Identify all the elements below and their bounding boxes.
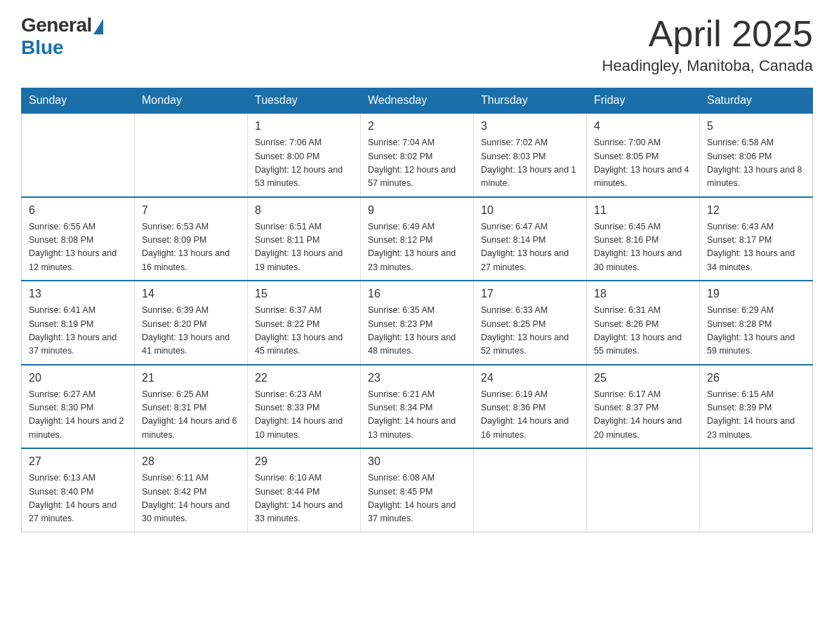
day-info: Sunrise: 6:11 AM Sunset: 8:42 PM Dayligh… <box>142 471 240 526</box>
day-info: Sunrise: 7:02 AM Sunset: 8:03 PM Dayligh… <box>481 136 579 191</box>
day-number: 19 <box>707 286 805 302</box>
day-number: 14 <box>142 286 240 302</box>
day-number: 12 <box>707 202 805 219</box>
day-info: Sunrise: 6:13 AM Sunset: 8:40 PM Dayligh… <box>29 471 127 526</box>
day-info: Sunrise: 6:23 AM Sunset: 8:33 PM Dayligh… <box>255 388 353 443</box>
calendar-day-cell <box>587 448 700 532</box>
calendar-day-cell: 25Sunrise: 6:17 AM Sunset: 8:37 PM Dayli… <box>587 365 700 449</box>
calendar-day-cell <box>700 448 813 532</box>
day-number: 2 <box>368 118 466 135</box>
calendar-header-row: SundayMondayTuesdayWednesdayThursdayFrid… <box>22 88 813 114</box>
day-info: Sunrise: 7:04 AM Sunset: 8:02 PM Dayligh… <box>368 136 466 191</box>
day-info: Sunrise: 6:33 AM Sunset: 8:25 PM Dayligh… <box>481 304 579 358</box>
calendar-day-cell: 19Sunrise: 6:29 AM Sunset: 8:28 PM Dayli… <box>700 281 813 365</box>
day-number: 7 <box>142 202 240 219</box>
calendar-day-cell: 13Sunrise: 6:41 AM Sunset: 8:19 PM Dayli… <box>22 281 135 365</box>
day-number: 25 <box>594 370 692 387</box>
calendar-week-row: 13Sunrise: 6:41 AM Sunset: 8:19 PM Dayli… <box>22 281 813 365</box>
calendar-day-cell <box>22 113 135 197</box>
day-number: 16 <box>368 286 466 302</box>
month-title: April 2025 <box>602 14 813 54</box>
calendar-day-cell: 6Sunrise: 6:55 AM Sunset: 8:08 PM Daylig… <box>22 197 135 281</box>
calendar-day-header: Friday <box>587 88 700 114</box>
logo: General Blue <box>21 14 103 59</box>
day-number: 5 <box>707 118 805 135</box>
day-number: 8 <box>255 202 353 219</box>
day-info: Sunrise: 7:00 AM Sunset: 8:05 PM Dayligh… <box>594 136 692 191</box>
calendar-day-cell: 10Sunrise: 6:47 AM Sunset: 8:14 PM Dayli… <box>474 197 587 281</box>
calendar-day-header: Sunday <box>22 88 135 114</box>
calendar-day-cell: 30Sunrise: 6:08 AM Sunset: 8:45 PM Dayli… <box>361 448 474 532</box>
calendar-day-cell: 15Sunrise: 6:37 AM Sunset: 8:22 PM Dayli… <box>248 281 361 365</box>
day-number: 21 <box>142 370 240 387</box>
day-number: 18 <box>594 286 692 302</box>
day-info: Sunrise: 6:31 AM Sunset: 8:26 PM Dayligh… <box>594 304 692 358</box>
day-info: Sunrise: 6:08 AM Sunset: 8:45 PM Dayligh… <box>368 471 466 526</box>
calendar-day-header: Monday <box>135 88 248 114</box>
day-number: 24 <box>481 370 579 387</box>
day-info: Sunrise: 6:21 AM Sunset: 8:34 PM Dayligh… <box>368 388 466 443</box>
calendar-day-cell: 28Sunrise: 6:11 AM Sunset: 8:42 PM Dayli… <box>135 448 248 532</box>
calendar-day-cell: 1Sunrise: 7:06 AM Sunset: 8:00 PM Daylig… <box>248 113 361 197</box>
calendar-day-cell <box>135 113 248 197</box>
calendar-day-cell: 24Sunrise: 6:19 AM Sunset: 8:36 PM Dayli… <box>474 365 587 449</box>
day-number: 13 <box>29 286 127 302</box>
calendar-day-cell: 4Sunrise: 7:00 AM Sunset: 8:05 PM Daylig… <box>587 113 700 197</box>
calendar-day-cell: 11Sunrise: 6:45 AM Sunset: 8:16 PM Dayli… <box>587 197 700 281</box>
day-info: Sunrise: 6:41 AM Sunset: 8:19 PM Dayligh… <box>29 304 127 358</box>
calendar-week-row: 1Sunrise: 7:06 AM Sunset: 8:00 PM Daylig… <box>22 113 813 197</box>
day-info: Sunrise: 6:25 AM Sunset: 8:31 PM Dayligh… <box>142 388 240 443</box>
calendar-day-cell: 22Sunrise: 6:23 AM Sunset: 8:33 PM Dayli… <box>248 365 361 449</box>
calendar-day-cell <box>474 448 587 532</box>
day-info: Sunrise: 6:58 AM Sunset: 8:06 PM Dayligh… <box>707 136 805 191</box>
calendar-day-header: Thursday <box>474 88 587 114</box>
logo-triangle-icon <box>93 19 103 34</box>
calendar-table: SundayMondayTuesdayWednesdayThursdayFrid… <box>21 88 813 532</box>
day-number: 17 <box>481 286 579 302</box>
day-number: 3 <box>481 118 579 135</box>
day-number: 6 <box>29 202 127 219</box>
calendar-day-cell: 21Sunrise: 6:25 AM Sunset: 8:31 PM Dayli… <box>135 365 248 449</box>
day-info: Sunrise: 6:17 AM Sunset: 8:37 PM Dayligh… <box>594 388 692 443</box>
day-info: Sunrise: 7:06 AM Sunset: 8:00 PM Dayligh… <box>255 136 353 191</box>
calendar-day-cell: 12Sunrise: 6:43 AM Sunset: 8:17 PM Dayli… <box>700 197 813 281</box>
calendar-day-header: Tuesday <box>248 88 361 114</box>
day-info: Sunrise: 6:53 AM Sunset: 8:09 PM Dayligh… <box>142 220 240 275</box>
day-info: Sunrise: 6:43 AM Sunset: 8:17 PM Dayligh… <box>707 220 805 275</box>
day-info: Sunrise: 6:37 AM Sunset: 8:22 PM Dayligh… <box>255 304 353 358</box>
day-info: Sunrise: 6:55 AM Sunset: 8:08 PM Dayligh… <box>29 220 127 275</box>
day-number: 29 <box>255 453 353 470</box>
title-block: April 2025 Headingley, Manitoba, Canada <box>602 14 813 75</box>
calendar-day-header: Saturday <box>700 88 813 114</box>
day-info: Sunrise: 6:49 AM Sunset: 8:12 PM Dayligh… <box>368 220 466 275</box>
day-number: 28 <box>142 453 240 470</box>
calendar-day-cell: 14Sunrise: 6:39 AM Sunset: 8:20 PM Dayli… <box>135 281 248 365</box>
day-number: 27 <box>29 453 127 470</box>
logo-blue-text: Blue <box>21 36 64 59</box>
day-info: Sunrise: 6:15 AM Sunset: 8:39 PM Dayligh… <box>707 388 805 443</box>
day-info: Sunrise: 6:51 AM Sunset: 8:11 PM Dayligh… <box>255 220 353 275</box>
calendar-day-cell: 8Sunrise: 6:51 AM Sunset: 8:11 PM Daylig… <box>248 197 361 281</box>
day-info: Sunrise: 6:35 AM Sunset: 8:23 PM Dayligh… <box>368 304 466 358</box>
calendar-week-row: 27Sunrise: 6:13 AM Sunset: 8:40 PM Dayli… <box>22 448 813 532</box>
day-info: Sunrise: 6:29 AM Sunset: 8:28 PM Dayligh… <box>707 304 805 358</box>
calendar-day-cell: 20Sunrise: 6:27 AM Sunset: 8:30 PM Dayli… <box>22 365 135 449</box>
logo-general-text: General <box>21 14 92 36</box>
calendar-day-cell: 18Sunrise: 6:31 AM Sunset: 8:26 PM Dayli… <box>587 281 700 365</box>
page-header: General Blue April 2025 Headingley, Mani… <box>21 14 813 75</box>
day-number: 1 <box>255 118 353 135</box>
day-number: 22 <box>255 370 353 387</box>
calendar-day-cell: 29Sunrise: 6:10 AM Sunset: 8:44 PM Dayli… <box>248 448 361 532</box>
day-number: 20 <box>29 370 127 387</box>
day-number: 10 <box>481 202 579 219</box>
calendar-week-row: 20Sunrise: 6:27 AM Sunset: 8:30 PM Dayli… <box>22 365 813 449</box>
day-info: Sunrise: 6:47 AM Sunset: 8:14 PM Dayligh… <box>481 220 579 275</box>
day-number: 30 <box>368 453 466 470</box>
day-number: 26 <box>707 370 805 387</box>
calendar-day-cell: 7Sunrise: 6:53 AM Sunset: 8:09 PM Daylig… <box>135 197 248 281</box>
day-number: 15 <box>255 286 353 302</box>
day-info: Sunrise: 6:45 AM Sunset: 8:16 PM Dayligh… <box>594 220 692 275</box>
calendar-day-header: Wednesday <box>361 88 474 114</box>
calendar-day-cell: 27Sunrise: 6:13 AM Sunset: 8:40 PM Dayli… <box>22 448 135 532</box>
day-info: Sunrise: 6:19 AM Sunset: 8:36 PM Dayligh… <box>481 388 579 443</box>
